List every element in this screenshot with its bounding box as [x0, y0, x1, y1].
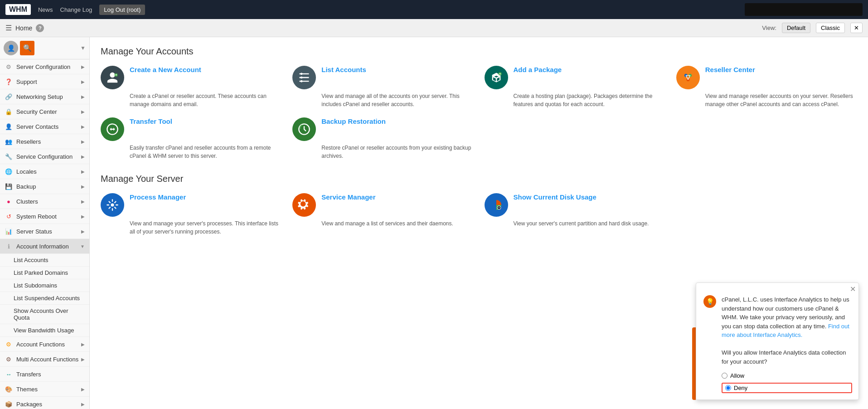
- process-manager-link[interactable]: Process Manager: [130, 193, 186, 201]
- sidebar-search-icon[interactable]: 🔍: [20, 41, 34, 55]
- card-list-accounts: List Accounts View and manage all of the…: [292, 66, 473, 108]
- arrow-locales: ▶: [81, 169, 85, 174]
- sidebar-item-security-center[interactable]: 🔒 Security Center ▶: [0, 104, 89, 119]
- logout-button[interactable]: Log Out (root): [99, 5, 145, 15]
- sidebar-item-themes[interactable]: 🎨 Themes ▶: [0, 382, 89, 397]
- allow-radio[interactable]: [722, 373, 727, 379]
- sub-header: ☰ Home ? View: Default Classic ✕: [0, 19, 868, 37]
- sidebar-item-service-configuration[interactable]: 🔧 Service Configuration ▶: [0, 149, 89, 164]
- transfer-tool-icon: [101, 117, 124, 141]
- arrow-backup: ▶: [81, 184, 85, 189]
- sub-item-show-accounts-over-quota[interactable]: Show Accounts Over Quota: [0, 305, 89, 324]
- sub-item-list-accounts[interactable]: List Accounts: [0, 254, 89, 267]
- arrow-support: ▶: [81, 79, 85, 84]
- help-icon[interactable]: ?: [36, 24, 44, 32]
- sub-item-view-bandwidth-usage[interactable]: View Bandwidth Usage: [0, 324, 89, 337]
- reseller-center-link[interactable]: Reseller Center: [705, 66, 755, 73]
- sidebar-label-account-information: Account Information: [16, 243, 69, 250]
- security-icon: 🔒: [5, 107, 13, 116]
- list-accounts-link[interactable]: List Accounts: [321, 66, 366, 73]
- breadcrumb-home[interactable]: Home: [15, 24, 32, 32]
- arrow-resellers: ▶: [81, 139, 85, 144]
- news-link[interactable]: News: [38, 6, 53, 13]
- sidebar-item-resellers[interactable]: 👥 Resellers ▶: [0, 134, 89, 149]
- sidebar-item-server-contacts[interactable]: 👤 Server Contacts ▶: [0, 119, 89, 134]
- backup-icon: 💾: [5, 182, 13, 190]
- sidebar-item-multi-account-functions[interactable]: ⚙ Multi Account Functions ▶: [0, 352, 89, 367]
- arrow-server-status: ▶: [81, 229, 85, 234]
- sidebar-item-transfers[interactable]: ↔ Transfers: [0, 367, 89, 382]
- arrow-multi-account-functions: ▶: [81, 357, 85, 362]
- sidebar-item-clusters[interactable]: ● Clusters ▶: [0, 194, 89, 209]
- sub-item-list-subdomains[interactable]: List Subdomains: [0, 279, 89, 292]
- create-account-link[interactable]: Create a New Account: [130, 66, 201, 73]
- account-functions-icon: ⚙: [5, 340, 13, 348]
- add-package-link[interactable]: Add a Package: [514, 66, 562, 73]
- sidebar-label-server-contacts: Server Contacts: [16, 123, 58, 130]
- view-classic-button[interactable]: Classic: [816, 23, 845, 33]
- popup-bulb-icon: 💡: [703, 295, 716, 308]
- top-navigation: WHM News Change Log Log Out (root): [0, 0, 868, 19]
- empty-placeholder-2: [676, 117, 857, 160]
- popup-options: Allow Deny: [696, 372, 858, 399]
- arrow-security-center: ▶: [81, 109, 85, 114]
- sidebar-item-networking-setup[interactable]: 🔗 Networking Setup ▶: [0, 89, 89, 104]
- service-manager-link[interactable]: Service Manager: [321, 193, 375, 201]
- list-accounts-icon: [292, 66, 316, 89]
- user-avatar: 👤: [4, 41, 18, 55]
- allow-option[interactable]: Allow: [722, 372, 852, 379]
- card-disk-usage: Show Current Disk Usage View your server…: [485, 193, 665, 236]
- resellers-icon: 👥: [5, 137, 13, 146]
- process-manager-desc: View and manage your server's processes.…: [130, 219, 281, 236]
- sidebar-label-account-functions: Account Functions: [16, 341, 65, 348]
- changelog-link[interactable]: Change Log: [60, 6, 92, 13]
- search-bar-top[interactable]: [745, 3, 863, 16]
- view-close-button[interactable]: ✕: [850, 23, 863, 33]
- sidebar-label-multi-account-functions: Multi Account Functions: [16, 356, 78, 363]
- sidebar-item-packages[interactable]: 📦 Packages ▶: [0, 397, 89, 409]
- sidebar-item-server-configuration[interactable]: ⚙ Server Configuration ▶: [0, 59, 89, 74]
- sidebar-item-backup[interactable]: 💾 Backup ▶: [0, 179, 89, 194]
- disk-usage-link[interactable]: Show Current Disk Usage: [514, 193, 596, 201]
- backup-restoration-link[interactable]: Backup Restoration: [321, 117, 386, 125]
- sidebar-item-server-status[interactable]: 📊 Server Status ▶: [0, 224, 89, 239]
- sidebar: 👤 🔍 ▼ ⚙ Server Configuration ▶ ❓ Support…: [0, 37, 90, 409]
- packages-icon: 📦: [5, 400, 13, 408]
- main-content: Manage Your Accounts Create a New Accoun…: [90, 37, 868, 409]
- card-add-package: Add a Package Create a hosting plan (pac…: [485, 66, 665, 108]
- service-config-icon: 🔧: [5, 152, 13, 161]
- account-cards-row2: Transfer Tool Easily transfer cPanel and…: [101, 117, 857, 160]
- sidebar-collapse-arrow[interactable]: ▼: [80, 45, 86, 51]
- arrow-themes: ▶: [81, 387, 85, 392]
- sidebar-label-server-configuration: Server Configuration: [16, 63, 70, 70]
- deny-label: Deny: [734, 385, 747, 391]
- server-contacts-icon: 👤: [5, 122, 13, 131]
- card-create-new-account: Create a New Account Create a cPanel or …: [101, 66, 281, 108]
- sidebar-label-security-center: Security Center: [16, 108, 57, 115]
- deny-radio[interactable]: [725, 385, 731, 391]
- sidebar-item-locales[interactable]: 🌐 Locales ▶: [0, 164, 89, 179]
- deny-option[interactable]: Deny: [722, 383, 852, 393]
- card-process-manager: Process Manager View and manage your ser…: [101, 193, 281, 236]
- svg-point-2: [301, 77, 303, 79]
- sidebar-item-account-information[interactable]: ℹ Account Information ▼: [0, 239, 89, 254]
- server-status-icon: 📊: [5, 227, 13, 235]
- sub-item-list-suspended-accounts[interactable]: List Suspended Accounts: [0, 292, 89, 305]
- whm-logo: WHM: [5, 4, 31, 15]
- hamburger-icon[interactable]: ☰: [5, 24, 12, 32]
- reseller-center-icon: [676, 66, 700, 89]
- transfer-tool-link[interactable]: Transfer Tool: [130, 117, 172, 125]
- arrow-networking-setup: ▶: [81, 94, 85, 99]
- account-information-icon: ℹ: [5, 242, 13, 250]
- clusters-icon: ●: [5, 197, 13, 205]
- popup-header: ✕: [696, 283, 858, 295]
- view-default-button[interactable]: Default: [782, 23, 810, 33]
- sidebar-item-support[interactable]: ❓ Support ▶: [0, 74, 89, 89]
- popup-close-button[interactable]: ✕: [850, 285, 856, 293]
- popup-orange-bar: [692, 327, 696, 400]
- sub-item-list-parked-domains[interactable]: List Parked Domains: [0, 267, 89, 279]
- sidebar-item-account-functions[interactable]: ⚙ Account Functions ▶: [0, 337, 89, 352]
- sidebar-item-system-reboot[interactable]: ↺ System Reboot ▶: [0, 209, 89, 224]
- system-reboot-icon: ↺: [5, 212, 13, 220]
- svg-point-3: [301, 80, 303, 83]
